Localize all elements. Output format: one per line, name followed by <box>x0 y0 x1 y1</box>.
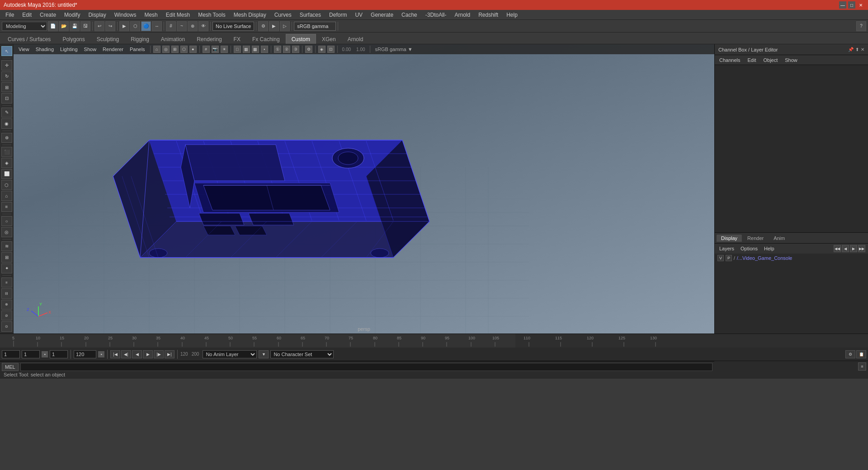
menu-mesh[interactable]: Mesh <box>141 11 161 19</box>
loop-select-tool[interactable]: ○ <box>1 216 12 226</box>
rotate-tool[interactable]: ↻ <box>1 71 12 81</box>
play-forward-btn[interactable]: ▶ <box>143 350 153 358</box>
menu-cache[interactable]: Cache <box>398 11 421 19</box>
frame-marker[interactable] <box>50 350 68 358</box>
paint-select-btn[interactable]: 🔵 <box>141 21 151 31</box>
layer-btn-3[interactable]: ⊕ <box>1 300 12 310</box>
edit-menu[interactable]: Edit <box>745 56 758 64</box>
camera-btn[interactable]: 📷 <box>212 46 219 53</box>
snap-point-btn[interactable]: ⊕ <box>188 21 198 31</box>
layer-visibility-toggle[interactable]: V <box>717 255 724 261</box>
tab-rendering[interactable]: Rendering <box>191 34 227 44</box>
menu-3dtoall[interactable]: -3DtoAll- <box>422 11 450 19</box>
show-hide-btn[interactable]: ⊡ <box>1 93 12 103</box>
show-menu[interactable]: Show <box>82 46 99 53</box>
menu-windows[interactable]: Windows <box>111 11 140 19</box>
menu-mesh-tools[interactable]: Mesh Tools <box>194 11 229 19</box>
range-marker[interactable]: ▪ <box>98 351 104 357</box>
mel-command-input[interactable] <box>20 363 712 371</box>
redo-btn[interactable]: ↪ <box>105 21 115 31</box>
look-selected-btn[interactable]: ◎ <box>162 46 170 53</box>
toggle-3[interactable]: ③ <box>292 46 299 53</box>
shading-menu[interactable]: Shading <box>33 46 56 53</box>
save-scene-btn[interactable]: 💾 <box>70 21 80 31</box>
anim-setting-btn[interactable]: 📋 <box>856 350 866 358</box>
mel-mode-label[interactable]: MEL <box>2 363 19 371</box>
toggle-2[interactable]: ② <box>283 46 290 53</box>
snap-tool[interactable]: ⊛ <box>1 133 12 143</box>
viewport-panel[interactable]: View Shading Lighting Show Renderer Pane… <box>14 44 714 334</box>
layer-btn-2[interactable]: ⊟ <box>1 288 12 298</box>
menu-file[interactable]: File <box>2 11 18 19</box>
paint-tool[interactable]: ✎ <box>1 108 12 118</box>
display-mode-4[interactable]: ▪ <box>261 46 268 53</box>
menu-surfaces[interactable]: Surfaces <box>296 11 325 19</box>
menu-generate[interactable]: Generate <box>367 11 397 19</box>
help-line-btn[interactable]: ? <box>856 21 866 31</box>
prev-layer-btn[interactable]: ◀◀ <box>834 245 841 252</box>
scale-tool[interactable]: ⊞ <box>1 82 12 92</box>
go-to-end-btn[interactable]: ▶| <box>165 350 175 358</box>
connect-tool[interactable]: ⌂ <box>1 191 12 201</box>
menu-edit-mesh[interactable]: Edit Mesh <box>162 11 193 19</box>
cluster-tool[interactable]: ✦ <box>1 263 12 273</box>
menu-curves[interactable]: Curves <box>271 11 295 19</box>
layer-btn-4[interactable]: ⊘ <box>1 310 12 320</box>
transform-btn[interactable]: ↔ <box>152 21 162 31</box>
select-tool[interactable]: ↖ <box>1 46 12 56</box>
ipr-btn[interactable]: ▷ <box>280 21 290 31</box>
options-menu[interactable]: Options <box>739 245 760 252</box>
open-scene-btn[interactable]: 📂 <box>59 21 69 31</box>
rp-pin-btn[interactable]: 📌 <box>848 47 854 52</box>
soft-mod-tool[interactable]: ≋ <box>1 241 12 251</box>
layer-edit-btn[interactable]: / <box>734 256 735 261</box>
tab-xgen[interactable]: XGen <box>316 34 342 44</box>
menu-create[interactable]: Create <box>36 11 60 19</box>
menu-display[interactable]: Display <box>85 11 109 19</box>
attribute-editor-toggle[interactable]: ≡ <box>858 362 866 371</box>
lights-btn[interactable]: ☀ <box>221 46 228 53</box>
viewport-settings[interactable]: ⚙ <box>305 46 312 53</box>
menu-modify[interactable]: Modify <box>61 11 84 19</box>
end-frame-input[interactable] <box>74 350 96 358</box>
menu-deform[interactable]: Deform <box>326 11 350 19</box>
snap-curve-btn[interactable]: ~ <box>177 21 187 31</box>
lasso-select-btn[interactable]: ⬡ <box>130 21 140 31</box>
title-bar-controls[interactable]: — □ ✕ <box>839 1 864 9</box>
tab-fx[interactable]: FX <box>228 34 246 44</box>
menu-arnold[interactable]: Arnold <box>451 11 474 19</box>
rp-expand-btn[interactable]: ⬆ <box>855 47 859 52</box>
character-set-select[interactable]: No Character Set <box>270 350 334 358</box>
rp-close-btn[interactable]: ✕ <box>861 47 864 52</box>
step-forward-btn[interactable]: |▶ <box>154 350 164 358</box>
snap-grid-btn[interactable]: # <box>166 21 176 31</box>
current-frame-input[interactable] <box>22 350 40 358</box>
smooth-shade-btn[interactable]: ● <box>189 46 197 53</box>
ring-select-tool[interactable]: ◎ <box>1 227 12 237</box>
extrude-tool[interactable]: ⬛ <box>1 147 12 157</box>
tab-arnold[interactable]: Arnold <box>342 34 369 44</box>
tab-custom[interactable]: Custom <box>286 34 316 44</box>
display-mode-3[interactable]: ▩ <box>252 46 259 53</box>
preference-btn[interactable]: ⚙ <box>845 350 855 358</box>
layer-btn-1[interactable]: ≡ <box>1 277 12 287</box>
display-mode-1[interactable]: □ <box>234 46 241 53</box>
renderer-menu[interactable]: Renderer <box>100 46 126 53</box>
tab-anim[interactable]: Anim <box>769 235 789 242</box>
lattice-tool[interactable]: ⊞ <box>1 252 12 262</box>
next-layer-btn[interactable]: ▶▶ <box>858 245 865 252</box>
toggle-1[interactable]: ① <box>274 46 281 53</box>
display-mode-2[interactable]: ▦ <box>243 46 250 53</box>
frame-all-btn[interactable]: ⊞ <box>171 46 179 53</box>
layers-menu[interactable]: Layers <box>717 245 736 252</box>
lighting-menu[interactable]: Lighting <box>58 46 80 53</box>
select-tool-btn[interactable]: ▶ <box>119 21 129 31</box>
next-keyframe-btn[interactable]: ▶ <box>850 245 857 252</box>
play-back-btn[interactable]: ◀ <box>132 350 142 358</box>
timeline[interactable]: 5 10 15 20 25 30 35 40 45 50 55 60 65 <box>0 334 868 347</box>
bridge-tool[interactable]: ⬜ <box>1 169 12 179</box>
timeline-ruler[interactable]: 5 10 15 20 25 30 35 40 45 50 55 60 65 <box>0 334 515 348</box>
wireframe-btn[interactable]: ⬡ <box>180 46 188 53</box>
maximize-button[interactable]: □ <box>848 1 855 9</box>
object-menu[interactable]: Object <box>761 56 779 64</box>
